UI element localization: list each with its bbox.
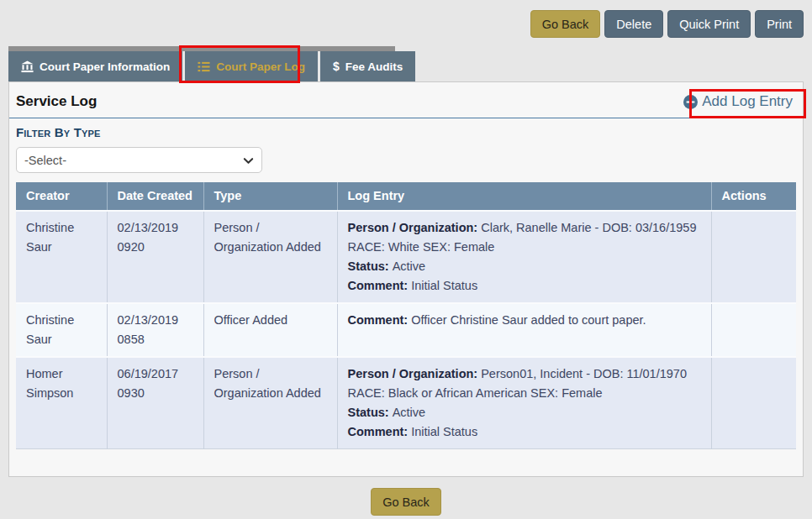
tab-fee-audits[interactable]: $ Fee Audits [320,51,415,81]
cell-log-entry: Person / Organization:Person01, Incident… [337,357,711,449]
list-icon [198,60,210,73]
tab-label: Court Paper Information [40,60,170,73]
cell-log-entry: Comment:Officer Christine Saur added to … [337,303,711,357]
content-panel: Service Log Add Log Entry Filter By Type… [8,81,804,477]
tab-label: Court Paper Log [216,60,305,73]
panel-header: Service Log Add Log Entry [16,89,796,114]
table-row: Christine Saur 02/13/2019 0858 Officer A… [16,303,796,357]
log-table-body: Christine Saur 02/13/2019 0920 Person / … [16,211,796,449]
table-row: Homer Simpson 06/19/2017 0930 Person / O… [16,357,796,449]
tab-label: Fee Audits [345,60,403,73]
cell-type: Person / Organization Added [203,211,337,303]
footer-bar: Go Back [0,488,812,516]
cell-creator: Christine Saur [16,303,107,357]
service-log-table: Creator Date Created Type Log Entry Acti… [16,182,796,449]
cell-date-created: 06/19/2017 0930 [107,357,203,449]
cell-creator: Homer Simpson [16,357,107,449]
cell-log-entry: Person / Organization:Clark, Ranelle Mar… [337,211,711,303]
table-header-row: Creator Date Created Type Log Entry Acti… [16,182,796,211]
column-header-date-created: Date Created [107,182,203,211]
dollar-icon: $ [333,60,340,73]
delete-button[interactable]: Delete [604,10,663,38]
print-button[interactable]: Print [755,10,804,38]
column-header-type: Type [203,182,337,211]
plus-circle-icon [683,95,698,109]
cell-creator: Christine Saur [16,211,107,303]
quick-print-button[interactable]: Quick Print [667,10,751,38]
add-log-entry-label: Add Log Entry [702,93,793,110]
column-header-creator: Creator [16,182,107,211]
cell-actions [711,303,796,357]
column-header-actions: Actions [711,182,796,211]
filter-type-select[interactable]: -Select- [16,147,262,173]
bank-icon [21,60,34,73]
tab-bar: Court Paper Information Court Paper Log … [8,46,415,81]
top-toolbar: Go Back Delete Quick Print Print [530,10,804,38]
tab-court-paper-log[interactable]: Court Paper Log [185,51,318,81]
cell-actions [711,357,796,449]
cell-date-created: 02/13/2019 0920 [107,211,203,303]
tab-list: Court Paper Information Court Paper Log … [8,51,415,81]
page-title: Service Log [16,93,97,110]
filter-select-wrap: -Select- [16,147,262,173]
heading-divider [9,118,803,118]
add-log-entry-link[interactable]: Add Log Entry [683,93,796,110]
page: Go Back Delete Quick Print Print Court P… [0,0,812,519]
go-back-button-bottom[interactable]: Go Back [371,488,441,516]
cell-type: Person / Organization Added [203,357,337,449]
filter-by-type-label: Filter By Type [16,125,796,139]
column-header-log-entry: Log Entry [337,182,711,211]
tab-court-paper-information[interactable]: Court Paper Information [8,51,182,81]
cell-date-created: 02/13/2019 0858 [107,303,203,357]
go-back-button-top[interactable]: Go Back [530,10,601,38]
cell-actions [711,211,796,303]
table-row: Christine Saur 02/13/2019 0920 Person / … [16,211,796,303]
cell-type: Officer Added [203,303,337,357]
